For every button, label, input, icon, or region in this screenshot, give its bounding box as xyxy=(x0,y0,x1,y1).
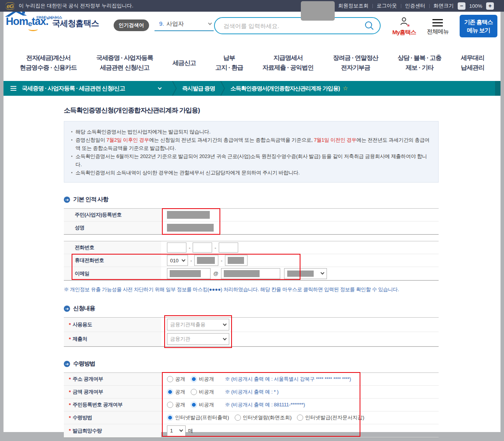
masking-notice: ※ 개인정보 유출 가능성을 사전 차단하기 위해 일부 정보를 마스킹(●●●… xyxy=(64,286,439,293)
radio-icon[interactable] xyxy=(167,376,173,382)
notice-box: 해당 소득확인증명서는 법인사업자에게는 발급되지 않습니다. 증명신청일이 7… xyxy=(64,121,439,183)
notice-item: 해당 소득확인증명서는 법인사업자에게는 발급되지 않습니다. xyxy=(70,128,432,136)
breadcrumb-menu-dropdown[interactable]: 국세증명 · 사업자등록 · 세금관련 신청/신고 xyxy=(22,85,167,92)
field-label: 휴대전화번호 xyxy=(64,254,161,267)
nav-item-etax-invoice[interactable]: 전자(세금)계산서현금영수증 · 신용카드 xyxy=(20,53,77,72)
required-asterisk: * xyxy=(69,322,71,328)
option-note: ※ (비공개시 출력 예 : * ) xyxy=(225,388,279,395)
nav-item-incentives[interactable]: 장려금 · 연말정산전자기부금 xyxy=(333,53,378,72)
field-label: 전화번호 xyxy=(64,241,161,254)
radio-icon[interactable] xyxy=(297,415,303,421)
radio-rrn-public[interactable]: 공개 xyxy=(167,401,185,408)
official-banner-text: 이 누리집은 대한민국 공식 전자정부 누리집입니다. xyxy=(19,2,133,9)
radio-icon[interactable] xyxy=(191,376,197,382)
nav-item-payment[interactable]: 납부고지 · 환급 xyxy=(215,53,243,72)
field-label: *발급희망수량 xyxy=(64,424,161,437)
field-label: *주소 공개여부 xyxy=(64,373,161,385)
chevron-down-icon xyxy=(208,21,212,25)
radio-icon[interactable] xyxy=(167,389,173,395)
masked-region xyxy=(301,1,335,21)
radio-icon[interactable] xyxy=(191,402,197,408)
masked-value xyxy=(287,271,314,277)
masked-value xyxy=(228,257,244,264)
required-asterisk: * xyxy=(69,428,71,434)
popular-search: 인기검색어 9.사업자 xyxy=(114,19,214,31)
nav-item-certificates[interactable]: 국세증명 · 사업자등록세금관련 신청/신고 xyxy=(96,53,153,72)
radio-internet-view[interactable]: 인터넷열람(화면조회) xyxy=(235,414,292,421)
divider xyxy=(401,4,401,8)
masked-value[interactable] xyxy=(167,211,210,219)
notice-item: 소득확인증명서는 6월까지는 2022년 기준으로 발급되어 2023년 귀속 … xyxy=(70,152,432,169)
popular-search-badge: 인기검색어 xyxy=(114,19,149,31)
breadcrumb-item-current: 소득확인증명서(개인종합자산관리계좌 가입용) xyxy=(230,85,340,92)
global-nav: 전자(세금)계산서현금영수증 · 신용카드 국세증명 · 사업자등록세금관련 신… xyxy=(4,44,500,81)
popular-keyword: 사업자 xyxy=(167,20,184,27)
radio-amount-private[interactable]: 비공개 xyxy=(191,388,214,395)
copies-select[interactable]: 1 xyxy=(167,425,186,436)
notice-item: 증명신청일이 7월2일 이후인 경우에는 신청일의 전년도 과세기간의 총급여액… xyxy=(70,136,432,152)
usage-select[interactable]: 금융기관제출용 xyxy=(167,319,229,330)
radio-amount-public[interactable]: 공개 xyxy=(167,388,185,395)
mobile-part2-input[interactable] xyxy=(194,255,218,266)
nav-item-consultation[interactable]: 상담 · 불복 · 고충제보 · 기타 xyxy=(398,53,441,72)
mobile-prefix-select[interactable]: 010 xyxy=(167,255,188,266)
hometax-logo[interactable]: 인터넷 납세서비스 Hometax. 국세청홈택스 xyxy=(6,16,99,28)
breadcrumb-separator-icon xyxy=(172,81,177,96)
email-domain-select[interactable] xyxy=(284,268,327,279)
table-row: 휴대전화번호 010 xyxy=(64,254,439,267)
section-title: 기본 인적 사항 xyxy=(73,196,108,203)
radio-e-wallet[interactable]: 인터넷발급(전자문서지갑) xyxy=(297,414,364,421)
radio-internet-print[interactable]: 인터넷발급(프린터출력) xyxy=(167,414,229,421)
email-domain-input[interactable] xyxy=(221,268,280,279)
phone-part3-input[interactable] xyxy=(219,242,238,253)
required-asterisk: * xyxy=(69,376,71,382)
nav-item-tax-agent[interactable]: 세무대리납세관리 xyxy=(461,53,484,72)
screen-size-label: 화면크기 xyxy=(434,2,454,9)
search-input[interactable] xyxy=(223,22,364,30)
nav-item-tax-filing[interactable]: 세금신고 xyxy=(172,58,196,68)
email-id-input[interactable] xyxy=(167,268,211,279)
breadcrumb-item-instant-cert[interactable]: 즉시발급 증명 xyxy=(182,85,215,92)
masked-value[interactable] xyxy=(167,224,214,232)
phone-part1-input[interactable] xyxy=(167,242,186,253)
section-receive: 수령방법 xyxy=(64,360,439,367)
recipient-select[interactable]: 금융기관 xyxy=(167,333,229,345)
phone-part2-input[interactable] xyxy=(193,242,212,253)
topbar-link-member-info[interactable]: 회원정보조회 xyxy=(338,2,369,9)
topbar-link-logout[interactable]: 로그아웃 xyxy=(377,2,397,9)
legacy-hometax-menu-button[interactable]: 기존 홈택스메뉴 보기 xyxy=(460,15,497,37)
breadcrumb-menu-icon[interactable] xyxy=(11,86,16,91)
radio-icon[interactable] xyxy=(191,389,197,395)
section-bullet-icon xyxy=(64,197,70,203)
radio-rrn-private[interactable]: 비공개 xyxy=(191,401,214,408)
radio-address-private[interactable]: 비공개 xyxy=(191,376,214,383)
field-label: *제출처 xyxy=(64,332,161,346)
basic-info-table: 주민(사업자)등록번호 성명 xyxy=(64,208,439,235)
zoom-out-button[interactable]: − xyxy=(458,2,465,10)
radio-icon[interactable] xyxy=(167,402,173,408)
topbar-link-cert-center[interactable]: 인증센터 xyxy=(405,2,425,9)
radio-icon[interactable] xyxy=(235,415,241,421)
page-title: 소득확인증명신청(개인종합자산관리계좌 가입용) xyxy=(64,106,439,115)
dash xyxy=(221,258,222,264)
table-row: 전화번호 xyxy=(64,241,439,254)
table-row: *사용용도 금융기관제출용 xyxy=(64,318,439,332)
masked-value xyxy=(224,270,260,277)
mobile-part3-input[interactable] xyxy=(225,255,248,266)
option-note: ※ (비공개시 출력 예 : 881111-*******) xyxy=(225,401,305,408)
zoom-in-button[interactable]: + xyxy=(486,2,494,10)
nav-item-statements[interactable]: 지급명세서자료제출 · 공익법인 xyxy=(262,53,313,72)
masked-value xyxy=(170,270,201,277)
all-menu-button[interactable]: 전체메뉴 xyxy=(427,17,449,35)
chevron-down-icon xyxy=(321,271,325,275)
chevron-down-icon xyxy=(223,322,227,326)
favorite-star-icon[interactable]: ☆ xyxy=(343,85,348,92)
radio-address-public[interactable]: 공개 xyxy=(167,376,185,383)
my-hometax-button[interactable]: ★ My홈택스 xyxy=(392,16,416,36)
radio-icon[interactable] xyxy=(167,415,173,421)
popular-keyword-dropdown[interactable]: 9.사업자 xyxy=(155,19,214,31)
required-asterisk: * xyxy=(69,415,71,421)
search-button[interactable] xyxy=(364,21,374,31)
required-asterisk: * xyxy=(69,389,71,395)
table-row: *주민등록번호 공개여부 공개 비공개 ※ (비공개시 출력 예 : 88111… xyxy=(64,399,439,411)
